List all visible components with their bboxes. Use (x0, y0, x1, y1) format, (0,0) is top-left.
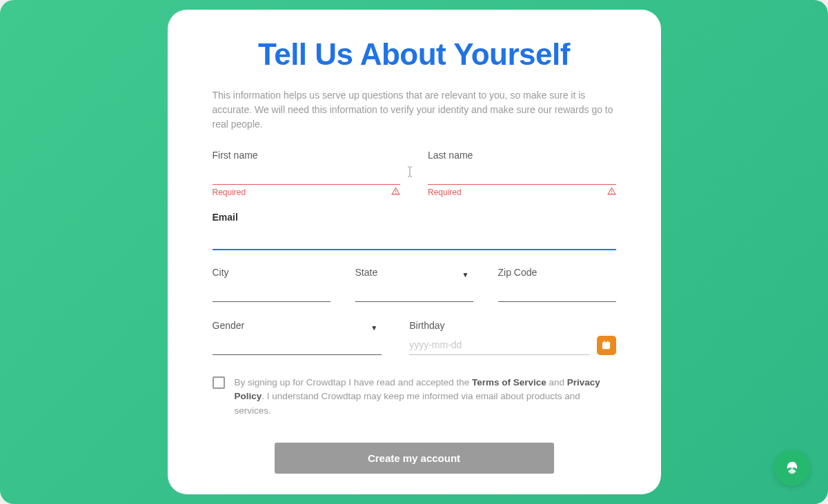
last-name-error-row: Required (428, 187, 616, 198)
last-name-error: Required (428, 188, 462, 197)
consent-row: By signing up for Crowdtap I have read a… (213, 376, 616, 418)
consent-suffix: . I understand Crowdtap may keep me info… (235, 391, 580, 415)
city-label: City (213, 267, 331, 278)
zip-label: Zip Code (498, 267, 616, 278)
birthday-input-wrap (409, 335, 615, 355)
birthday-label: Birthday (409, 320, 615, 331)
state-select[interactable] (355, 282, 473, 302)
text-cursor-icon (406, 166, 413, 179)
terms-of-service-link[interactable]: Terms of Service (472, 377, 546, 387)
svg-point-3 (611, 193, 612, 194)
page-background: Tell Us About Yourself This information … (0, 0, 828, 504)
gender-birthday-row: Gender ▼ Birthday (213, 320, 616, 355)
calendar-button[interactable] (597, 336, 616, 355)
consent-text: By signing up for Crowdtap I have read a… (235, 376, 616, 418)
svg-rect-5 (602, 342, 610, 344)
page-description: This information helps us serve up quest… (213, 88, 616, 132)
name-row: First name Required Last name Required (213, 150, 616, 198)
first-name-error-row: Required (213, 187, 401, 198)
page-title: Tell Us About Yourself (213, 37, 616, 72)
consent-and: and (546, 377, 567, 387)
birthday-input[interactable] (409, 335, 589, 355)
last-name-group: Last name Required (428, 150, 616, 198)
city-group: City (213, 267, 331, 302)
brand-logo-badge (774, 450, 810, 486)
gender-label: Gender (213, 320, 382, 331)
email-label: Email (213, 212, 616, 223)
first-name-error: Required (213, 188, 246, 197)
last-name-input[interactable] (428, 165, 616, 185)
birthday-group: Birthday (409, 320, 615, 355)
create-account-button[interactable]: Create my account (275, 443, 554, 474)
state-group: State ▼ (355, 267, 473, 302)
first-name-input[interactable] (213, 165, 401, 185)
email-input[interactable] (213, 227, 616, 250)
email-row: Email (213, 212, 616, 250)
warning-icon (391, 187, 400, 198)
gender-select[interactable] (213, 335, 382, 355)
zip-group: Zip Code (498, 267, 616, 302)
consent-prefix: By signing up for Crowdtap I have read a… (235, 377, 472, 387)
leaf-icon (782, 458, 802, 478)
zip-input[interactable] (498, 282, 616, 302)
city-input[interactable] (213, 282, 331, 302)
state-label: State (355, 267, 473, 278)
warning-icon (607, 187, 616, 198)
signup-form-card: Tell Us About Yourself This information … (168, 10, 661, 494)
consent-checkbox[interactable] (213, 376, 225, 389)
email-group: Email (213, 212, 616, 250)
location-row: City State ▼ Zip Code (213, 267, 616, 302)
submit-row: Create my account (213, 443, 616, 474)
first-name-group: First name Required (213, 150, 401, 198)
last-name-label: Last name (428, 150, 616, 161)
svg-point-1 (395, 193, 396, 194)
calendar-icon (601, 340, 611, 350)
first-name-label: First name (213, 150, 401, 161)
gender-group: Gender ▼ (213, 320, 382, 355)
